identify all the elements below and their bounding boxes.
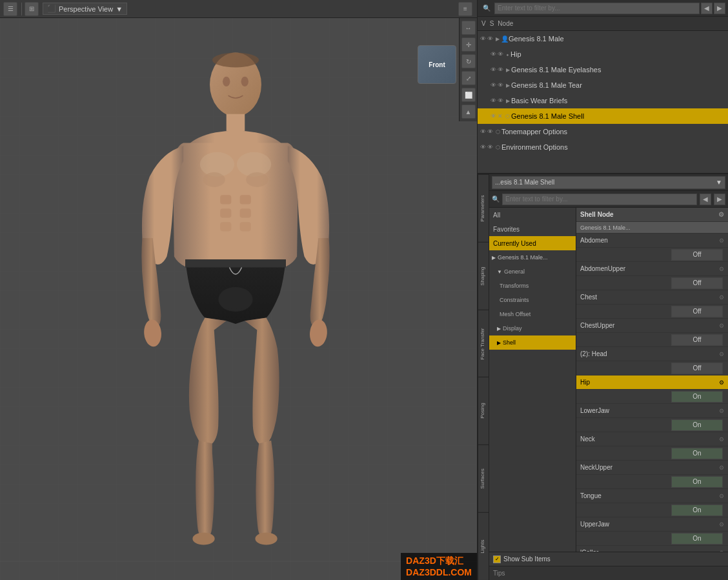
zoom-icon[interactable]: ↔	[461, 21, 476, 35]
visibility-icon[interactable]: 👁	[490, 66, 496, 73]
prop-row-hip: Hip ⚙	[576, 375, 728, 390]
gear-icon[interactable]: ⚙	[718, 211, 724, 218]
abdomen-upper-value[interactable]: Off	[671, 277, 723, 289]
node-folder-icon: ▶	[506, 83, 510, 88]
hip-gear-icon[interactable]: ⚙	[719, 379, 724, 386]
tree-item-briefs[interactable]: 👁 👁 ▶ Basic Wear Briefs	[478, 93, 728, 108]
ptree-display[interactable]: ▶ Display	[489, 321, 576, 335]
params-search-input[interactable]	[502, 194, 697, 205]
menu-icon[interactable]: ☰	[3, 2, 17, 16]
neck-upper-gear-icon[interactable]: ⚙	[719, 465, 724, 471]
params-body: All Favorites Currently Used ▶ Genesis 8…	[489, 208, 728, 552]
render-icon[interactable]: 👁	[498, 66, 503, 73]
render-icon[interactable]: 👁	[487, 144, 493, 150]
tree-item-hip[interactable]: 👁 👁 ⬥ Hip	[478, 46, 728, 62]
render-icon[interactable]: 👁	[498, 82, 503, 88]
ptree-display-label: Display	[503, 325, 522, 332]
abdomen-value[interactable]: Off	[671, 249, 723, 261]
tab-face-transfer[interactable]: Face Transfer	[478, 310, 489, 377]
upper-jaw-value[interactable]: On	[671, 533, 723, 545]
params-node-dropdown[interactable]: ...esis 8.1 Male Shell ▼	[492, 176, 725, 189]
tab-surfaces[interactable]: Surfaces	[478, 445, 489, 512]
tab-parameters[interactable]: Parameters	[478, 174, 489, 242]
scene-prev-arrow[interactable]: ◀	[701, 3, 713, 14]
upper-jaw-gear-icon[interactable]: ⚙	[719, 521, 724, 528]
head-gear-icon[interactable]: ⚙	[719, 351, 724, 357]
render-icon[interactable]: 👁	[498, 97, 503, 104]
visibility-icon[interactable]: 👁	[480, 144, 486, 150]
neck-gear-icon[interactable]: ⚙	[719, 436, 724, 443]
node-arrow-icon: ⬥	[506, 52, 509, 57]
pan-icon[interactable]: ✛	[461, 37, 476, 52]
head-value[interactable]: Off	[671, 363, 723, 374]
lower-jaw-value[interactable]: On	[671, 419, 723, 431]
ptree-all[interactable]: All	[489, 208, 576, 222]
params-next-arrow[interactable]: ▶	[714, 194, 725, 205]
tongue-value[interactable]: On	[671, 505, 723, 516]
dropdown-arrow-icon: ▼	[116, 5, 123, 13]
prop-row-chest-value: Off	[576, 305, 728, 319]
viewport-icon[interactable]: ⊞	[25, 2, 39, 16]
chest-gear-icon[interactable]: ⚙	[719, 294, 724, 301]
ptree-transforms[interactable]: Transforms	[489, 279, 576, 293]
params-prev-arrow[interactable]: ◀	[700, 194, 711, 205]
ptree-favorites[interactable]: Favorites	[489, 222, 576, 236]
tab-lights[interactable]: Lights	[478, 512, 489, 580]
prop-label-neck-upper: NeckUpper ⚙	[576, 464, 728, 471]
chest-upper-value[interactable]: Off	[671, 334, 723, 346]
rotate-icon[interactable]: ↻	[461, 54, 476, 68]
visibility-icon[interactable]: 👁	[490, 97, 496, 104]
tongue-gear-icon[interactable]: ⚙	[719, 493, 724, 499]
show-sub-items-checkbox[interactable]: ✓	[493, 555, 501, 563]
tree-item-tear[interactable]: 👁 👁 ▶ Genesis 8.1 Male Tear	[478, 77, 728, 93]
params-panel: ...esis 8.1 Male Shell ▼ 🔍 ◀ ▶ All	[489, 174, 728, 580]
hip-value[interactable]: On	[671, 391, 723, 403]
chest-value[interactable]: Off	[671, 306, 723, 317]
ptree-constraints[interactable]: Constraints	[489, 293, 576, 307]
show-sub-items-row[interactable]: ✓ Show Sub Items	[489, 552, 728, 566]
navigation-cube[interactable]: Front	[418, 45, 456, 84]
lower-jaw-gear-icon[interactable]: ⚙	[719, 408, 724, 414]
ptree-general[interactable]: ▼ General	[489, 265, 576, 279]
params-header: ...esis 8.1 Male Shell ▼	[489, 174, 728, 191]
col-node: Node	[498, 20, 513, 27]
abdomen-gear-icon[interactable]: ⚙	[719, 237, 724, 244]
ptree-genesis[interactable]: ▶ Genesis 8.1 Male...	[489, 250, 576, 265]
scene-search-input[interactable]	[494, 3, 700, 14]
render-icon[interactable]: 👁	[487, 35, 493, 42]
perspective-dropdown[interactable]: ⬛ Perspective View ▼	[43, 3, 127, 15]
visibility-icon[interactable]: 👁	[490, 51, 496, 57]
chest-upper-gear-icon[interactable]: ⚙	[719, 323, 724, 329]
tree-item-eyelashes[interactable]: 👁 👁 ▶ Genesis 8.1 Male Eyelashes	[478, 62, 728, 77]
svg-rect-14	[220, 208, 231, 217]
ptree-favorites-label: Favorites	[493, 226, 520, 233]
tree-item-genesis-male[interactable]: 👁 👁 ▶ 👤 Genesis 8.1 Male	[478, 31, 728, 46]
visibility-icon[interactable]: 👁	[490, 113, 496, 119]
visibility-icon[interactable]: 👁	[480, 128, 486, 135]
visibility-icon[interactable]: 👁	[480, 35, 486, 42]
tab-posing[interactable]: Posing	[478, 377, 489, 445]
tree-item-tonemapper[interactable]: 👁 👁 ⬡ Tonemapper Options	[478, 124, 728, 139]
frame-icon[interactable]: ⬜	[461, 88, 476, 102]
ptree-mesh-offset[interactable]: Mesh Offset	[489, 307, 576, 321]
visibility-icon[interactable]: 👁	[490, 82, 496, 88]
abdomen-upper-gear-icon[interactable]: ⚙	[719, 266, 724, 272]
toolbar-extra-icon[interactable]: ≡	[458, 2, 472, 16]
render-off-icon[interactable]: ✕	[498, 113, 503, 119]
ptree-shell[interactable]: ▶ Shell	[489, 335, 576, 350]
neck-value[interactable]: On	[671, 448, 723, 459]
svg-rect-12	[220, 195, 231, 204]
fit-icon[interactable]: ⤢	[461, 71, 476, 85]
scene-next-arrow[interactable]: ▶	[714, 3, 725, 14]
render-icon[interactable]: 👁	[487, 128, 493, 135]
tree-item-shell[interactable]: 👁 ✕ ⬡ Genesis 8.1 Male Shell	[478, 108, 728, 124]
camera-icon[interactable]: ▲	[461, 105, 476, 119]
ptree-currently-used-label: Currently Used	[493, 240, 536, 247]
ptree-currently-used[interactable]: Currently Used	[489, 236, 576, 250]
scene-search-bar: 🔍 ◀ ▶	[478, 0, 728, 17]
node-label: Tonemapper Options	[501, 128, 567, 135]
neck-upper-value[interactable]: On	[671, 476, 723, 488]
tree-item-environment[interactable]: 👁 👁 ⬡ Environment Options	[478, 139, 728, 155]
render-icon[interactable]: 👁	[498, 51, 503, 57]
tab-shaping[interactable]: Shaping	[478, 242, 489, 310]
